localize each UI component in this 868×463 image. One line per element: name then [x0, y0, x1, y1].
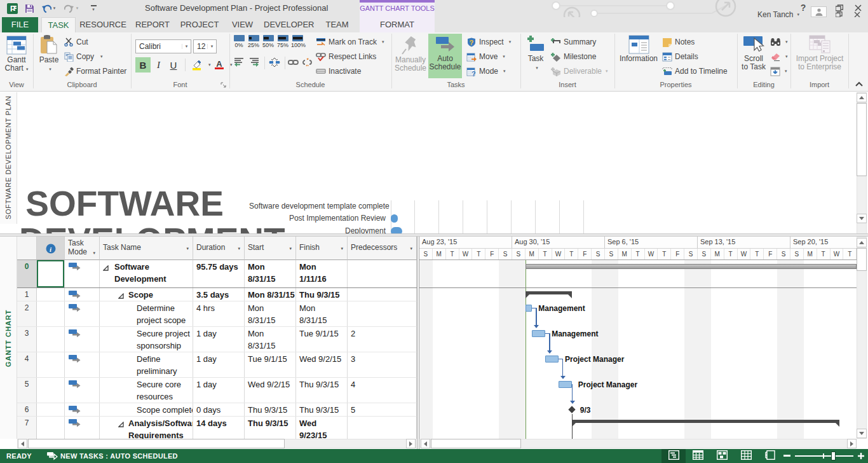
status-new-tasks[interactable]: NEW TASKS : AUTO SCHEDULED — [60, 449, 178, 463]
cut-button[interactable]: Cut — [64, 35, 88, 49]
duration-cell[interactable]: 1 day — [193, 378, 244, 403]
indent-task-button[interactable] — [248, 55, 261, 69]
timescale-day[interactable]: F — [671, 249, 684, 259]
paste-button[interactable]: Paste ▾ — [36, 34, 62, 78]
duration-cell[interactable]: 0 days — [193, 403, 244, 417]
font-color-dropdown[interactable]: ▾ — [230, 62, 233, 67]
gantt-hscroll-left-button[interactable] — [421, 439, 430, 448]
finish-cell[interactable]: Tue 9/1/15 — [296, 327, 347, 352]
inactivate-button[interactable]: Inactivate — [316, 64, 361, 78]
mark-on-track-dropdown[interactable]: ▾ — [382, 39, 384, 45]
task-name-cell[interactable]: Determine project scope — [100, 301, 193, 327]
timescale-day[interactable]: S — [684, 249, 698, 259]
resource-sheet-view-button[interactable] — [734, 449, 758, 463]
auto-schedule-button[interactable]: Auto Schedule — [428, 34, 462, 78]
tab-task[interactable]: TASK — [41, 17, 76, 32]
column-header-mode[interactable]: TaskMode ▾ — [65, 237, 100, 260]
timescale-day[interactable]: T — [632, 249, 645, 259]
column-header-duration[interactable]: Duration▾ — [193, 237, 245, 260]
finish-cell[interactable]: Thu 9/3/15 — [296, 403, 347, 417]
timescale-week[interactable]: Sep 20, '15 — [790, 237, 857, 249]
finish-cell[interactable]: Thu 9/3/15 — [296, 378, 347, 403]
task-name-cell[interactable]: Scope — [100, 288, 193, 301]
timescale-day[interactable]: W — [645, 249, 658, 259]
timescale-day[interactable]: T — [539, 249, 552, 259]
report-vscroll-up-button[interactable] — [857, 93, 867, 102]
timescale-day[interactable]: T — [724, 249, 738, 259]
move-dropdown[interactable]: ▾ — [503, 54, 505, 59]
timescale-day[interactable]: S — [790, 249, 804, 259]
predecessors-cell[interactable] — [348, 301, 416, 327]
timescale-day[interactable]: T — [750, 249, 764, 259]
duration-cell[interactable]: 3.5 days — [193, 288, 244, 301]
timescale-day[interactable]: W — [831, 249, 844, 259]
duration-cell[interactable]: 14 days — [193, 417, 244, 439]
find-button[interactable]: ▾ — [770, 35, 788, 49]
insert-milestone-button[interactable]: Milestone — [550, 50, 596, 64]
predecessors-cell[interactable]: 2 — [348, 327, 416, 352]
inspect-button[interactable]: ? Inspect ▾ — [466, 35, 511, 49]
column-filter-arrow[interactable]: ▾ — [289, 246, 292, 251]
table-hscroll-thumb[interactable] — [28, 439, 285, 448]
percent-0-button[interactable]: 0% — [233, 35, 245, 52]
bold-button[interactable]: B — [135, 57, 151, 73]
font-size-combo[interactable]: 12 ▾ — [193, 39, 217, 53]
insert-deliverable-button[interactable]: Deliverable ▾ — [550, 64, 608, 78]
predecessors-cell[interactable]: 4 — [348, 378, 416, 403]
timescale-day[interactable]: M — [618, 249, 632, 259]
highlight-color-dropdown[interactable]: ▾ — [208, 62, 211, 67]
tab-file[interactable]: FILE — [2, 17, 38, 32]
doc-restore-button[interactable] — [832, 11, 845, 17]
gantt-hscroll-thumb[interactable] — [431, 439, 521, 448]
task-name-cell[interactable]: Secure project sponsorship — [100, 327, 193, 352]
project-summary-bar[interactable] — [526, 264, 857, 269]
gantt-view-bar[interactable]: GANTT CHART — [0, 237, 17, 439]
row-number-7[interactable]: 7 — [17, 417, 37, 439]
add-to-timeline-button[interactable]: Add to Timeline — [662, 64, 728, 78]
column-filter-arrow[interactable]: ▾ — [341, 246, 343, 251]
timescale-day[interactable]: M — [433, 249, 446, 259]
report-chart[interactable]: Software development template completePo… — [249, 188, 857, 233]
report-title[interactable]: SOFTWAREDEVELOPMENTPLAN — [19, 186, 224, 233]
tab-team[interactable]: TEAM — [320, 17, 355, 32]
row-number-2[interactable]: 2 — [17, 301, 37, 327]
row-number-6[interactable]: 6 — [17, 403, 37, 417]
font-name-dropdown[interactable]: ▾ — [182, 44, 191, 49]
user-name-menu[interactable]: Ken Tanch ▾ — [757, 11, 799, 17]
start-cell[interactable]: Wed 9/2/15 — [245, 378, 295, 403]
summary-task-bar[interactable] — [572, 420, 839, 423]
information-button[interactable]: Information — [618, 34, 659, 78]
report-vscroll-down-button[interactable] — [857, 214, 867, 223]
user-avatar[interactable] — [811, 6, 827, 17]
collapse-ribbon-button[interactable] — [855, 81, 864, 87]
format-painter-button[interactable]: Format Painter — [64, 64, 126, 78]
column-header-pred[interactable]: Predecessors▾ — [348, 237, 417, 260]
manually-schedule-button[interactable]: Manually Schedule — [394, 34, 427, 78]
row-number-5[interactable]: 5 — [17, 378, 37, 403]
finish-cell[interactable]: Wed 9/23/15 — [296, 417, 347, 439]
gantt-chart-view-button[interactable]: Gantt Chart▾ — [3, 34, 31, 78]
timescale-week[interactable]: Sep 13, '15 — [698, 237, 790, 249]
start-cell[interactable]: Thu 9/3/15 — [245, 403, 295, 417]
finish-cell[interactable]: Mon 1/11/16 — [296, 260, 347, 288]
selected-cell[interactable] — [37, 260, 64, 287]
percent-25-button[interactable]: 25% — [247, 35, 260, 52]
timescale-day[interactable]: W — [738, 249, 751, 259]
tab-project[interactable]: PROJECT — [179, 17, 220, 32]
column-header-start[interactable]: Start▾ — [245, 237, 296, 260]
insert-deliverable-dropdown[interactable]: ▾ — [606, 69, 608, 74]
timescale-week[interactable]: Sep 6, '15 — [605, 237, 698, 249]
mode-button[interactable]: ? Mode ▾ — [466, 64, 506, 78]
fill-dropdown[interactable]: ▾ — [785, 69, 787, 74]
task-usage-view-button[interactable] — [686, 449, 710, 463]
timescale-day[interactable]: S — [777, 249, 790, 259]
notes-button[interactable]: Notes — [662, 35, 695, 49]
duration-cell[interactable]: 95.75 days — [193, 260, 244, 288]
start-cell[interactable]: Tue 9/1/15 — [245, 352, 295, 378]
start-cell[interactable]: Mon 8/31/15 — [245, 288, 295, 301]
clear-button[interactable]: ▾ — [770, 50, 788, 64]
task-bar[interactable] — [532, 330, 545, 337]
timescale-day[interactable]: M — [711, 249, 724, 259]
timescale-day[interactable]: T — [658, 249, 671, 259]
timescale-day[interactable]: T — [565, 249, 578, 259]
